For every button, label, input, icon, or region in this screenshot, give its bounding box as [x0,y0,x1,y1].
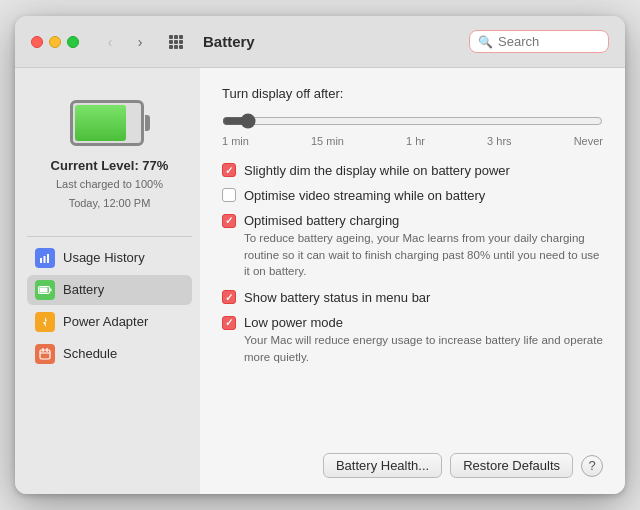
slider-label: Turn display off after: [222,86,603,101]
help-button[interactable]: ? [581,455,603,477]
menu-bar-checkbox[interactable] [222,290,236,304]
option-menu-bar: Show battery status in menu bar [222,290,603,305]
battery-charged: Last charged to 100% [56,177,163,192]
sidebar-divider [27,236,192,237]
fullscreen-button[interactable] [67,36,79,48]
slider-mark-1: 15 min [311,135,344,147]
page-title: Battery [203,33,459,50]
low-power-checkbox[interactable] [222,316,236,330]
svg-rect-16 [40,350,50,359]
battery-body [70,100,144,146]
nav-buttons: ‹ › [97,31,153,53]
bottom-bar: Battery Health... Restore Defaults ? [222,439,603,478]
sidebar-item-usage-history[interactable]: Usage History [27,243,192,273]
svg-rect-11 [47,254,49,263]
option-video-streaming: Optimise video streaming while on batter… [222,188,603,203]
sidebar-item-battery[interactable]: Battery [27,275,192,305]
slider-mark-2: 1 hr [406,135,425,147]
battery-icon [70,98,150,148]
svg-rect-6 [169,45,173,49]
battery-fill [75,105,126,141]
sidebar-item-label: Power Adapter [63,314,148,329]
power-adapter-icon [35,312,55,332]
slider-labels: 1 min 15 min 1 hr 3 hrs Never [222,135,603,147]
svg-rect-8 [179,45,183,49]
options-section: Slightly dim the display while on batter… [222,163,603,439]
battery-status-panel: Current Level: 77% Last charged to 100% … [27,88,192,230]
dim-display-label: Slightly dim the display while on batter… [244,163,510,178]
search-icon: 🔍 [478,35,493,49]
svg-rect-13 [40,287,48,292]
svg-rect-1 [174,35,178,39]
system-preferences-window: ‹ › Battery 🔍 [15,16,625,494]
restore-defaults-button[interactable]: Restore Defaults [450,453,573,478]
titlebar: ‹ › Battery 🔍 [15,16,625,68]
sidebar-item-label: Usage History [63,250,145,265]
traffic-lights [31,36,79,48]
optimised-charging-desc: To reduce battery ageing, your Mac learn… [244,230,603,280]
svg-rect-2 [179,35,183,39]
main-content: Current Level: 77% Last charged to 100% … [15,68,625,494]
forward-button[interactable]: › [127,31,153,53]
usage-history-icon [35,248,55,268]
svg-rect-0 [169,35,173,39]
optimised-charging-label: Optimised battery charging [244,213,399,228]
slider-mark-3: 3 hrs [487,135,511,147]
slider-mark-0: 1 min [222,135,249,147]
battery-level: Current Level: 77% [51,158,169,173]
option-low-power: Low power mode Your Mac will reduce ener… [222,315,603,365]
menu-bar-label: Show battery status in menu bar [244,290,430,305]
battery-nav-icon [35,280,55,300]
slider-mark-4: Never [574,135,603,147]
back-button[interactable]: ‹ [97,31,123,53]
option-optimised-charging: Optimised battery charging To reduce bat… [222,213,603,280]
battery-health-button[interactable]: Battery Health... [323,453,442,478]
svg-rect-7 [174,45,178,49]
grid-button[interactable] [163,31,189,53]
option-dim-display: Slightly dim the display while on batter… [222,163,603,178]
dim-display-checkbox[interactable] [222,163,236,177]
sidebar-item-schedule[interactable]: Schedule [27,339,192,369]
svg-rect-4 [174,40,178,44]
low-power-desc: Your Mac will reduce energy usage to inc… [244,332,603,365]
svg-marker-15 [43,317,47,327]
optimised-charging-checkbox[interactable] [222,214,236,228]
close-button[interactable] [31,36,43,48]
battery-tip [145,115,150,131]
svg-rect-5 [179,40,183,44]
svg-rect-14 [50,288,52,291]
sidebar-item-label: Schedule [63,346,117,361]
battery-time: Today, 12:00 PM [69,196,151,211]
sidebar: Current Level: 77% Last charged to 100% … [15,68,200,494]
slider-section: Turn display off after: 1 min 15 min 1 h… [222,86,603,147]
sidebar-item-power-adapter[interactable]: Power Adapter [27,307,192,337]
search-input[interactable] [498,34,600,49]
video-streaming-checkbox[interactable] [222,188,236,202]
svg-rect-9 [40,258,42,263]
optimised-charging-main: Optimised battery charging [222,213,399,228]
low-power-main: Low power mode [222,315,343,330]
video-streaming-label: Optimise video streaming while on batter… [244,188,485,203]
sidebar-item-label: Battery [63,282,104,297]
search-bar[interactable]: 🔍 [469,30,609,53]
minimize-button[interactable] [49,36,61,48]
display-sleep-slider[interactable] [222,113,603,129]
schedule-icon [35,344,55,364]
svg-rect-3 [169,40,173,44]
svg-rect-10 [44,256,46,263]
right-panel: Turn display off after: 1 min 15 min 1 h… [200,68,625,494]
low-power-label: Low power mode [244,315,343,330]
